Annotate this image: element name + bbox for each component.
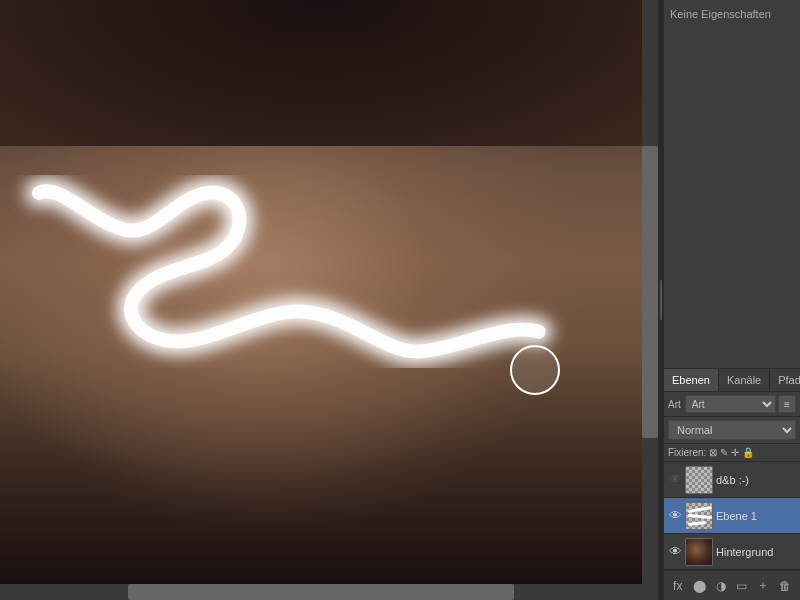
blend-mode-select[interactable]: Normal Auflösen Abdunkeln Multiplizieren…	[668, 420, 796, 440]
layer-delete-button[interactable]: 🗑	[777, 577, 793, 595]
horizontal-scrollbar-thumb[interactable]	[128, 584, 513, 600]
layers-bottom-toolbar: fx ⬤ ◑ ▭ ＋ 🗑	[664, 570, 800, 600]
right-panel: Keine Eigenschaften Ebenen Kanäle Pfade …	[664, 0, 800, 600]
layer-eye-ebene1[interactable]: 👁	[668, 509, 682, 523]
properties-title: Keine Eigenschaften	[670, 4, 794, 28]
kind-label: Art	[668, 399, 681, 410]
layer-item-ebene1[interactable]: 👁 Ebene 1	[664, 498, 800, 534]
layer-thumb-dab	[685, 466, 713, 494]
layer-item-hintergrund[interactable]: 👁 Hintergrund	[664, 534, 800, 570]
lock-paint-icon[interactable]: ✎	[720, 447, 728, 458]
layer-group-button[interactable]: ▭	[734, 577, 749, 595]
portrait-canvas[interactable]	[0, 0, 642, 584]
lock-row: Fixieren: ⊠ ✎ ✛ 🔒	[664, 444, 800, 462]
tab-ebenen[interactable]: Ebenen	[664, 369, 719, 391]
layer-eye-dab[interactable]: 👁	[668, 473, 682, 487]
canvas-area[interactable]	[0, 0, 658, 600]
layer-item-dab[interactable]: 👁 d&b :-)	[664, 462, 800, 498]
panel-tabs: Ebenen Kanäle Pfade	[664, 369, 800, 392]
layer-name-dab: d&b :-)	[716, 474, 796, 486]
resize-corner	[642, 584, 658, 600]
layer-name-hintergrund: Hintergrund	[716, 546, 796, 558]
vertical-scrollbar[interactable]	[642, 0, 658, 584]
properties-panel: Keine Eigenschaften	[664, 0, 800, 369]
layer-adjustment-button[interactable]: ◑	[714, 577, 728, 595]
horizontal-scrollbar[interactable]	[0, 584, 642, 600]
lock-all-icon[interactable]: 🔒	[742, 447, 754, 458]
lock-transparency-icon[interactable]: ⊠	[709, 447, 717, 458]
tab-pfade[interactable]: Pfade	[770, 369, 800, 391]
filter-icon-button[interactable]: ≡	[778, 395, 796, 413]
layer-thumb-hintergrund	[685, 538, 713, 566]
lock-position-icon[interactable]: ✛	[731, 447, 739, 458]
layer-thumb-ebene1	[685, 502, 713, 530]
layer-name-ebene1: Ebene 1	[716, 510, 796, 522]
layers-panel: Ebenen Kanäle Pfade Art Art Pixel Farbfl…	[664, 369, 800, 600]
canvas-wrapper	[0, 0, 642, 584]
layer-eye-hintergrund[interactable]: 👁	[668, 545, 682, 559]
layer-new-button[interactable]: ＋	[755, 575, 771, 596]
layers-list: 👁 d&b :-) 👁 Ebene 1	[664, 462, 800, 570]
kind-select[interactable]: Art Pixel Farbfläche Muster Verlauf	[685, 395, 776, 413]
layer-mask-button[interactable]: ⬤	[691, 577, 708, 595]
blend-mode-row: Normal Auflösen Abdunkeln Multiplizieren…	[664, 417, 800, 444]
layer-fx-button[interactable]: fx	[671, 577, 684, 595]
tab-kanaele[interactable]: Kanäle	[719, 369, 770, 391]
layers-kind-toolbar: Art Art Pixel Farbfläche Muster Verlauf …	[664, 392, 800, 417]
lock-label: Fixieren:	[668, 447, 706, 458]
vertical-scrollbar-thumb[interactable]	[642, 146, 658, 438]
